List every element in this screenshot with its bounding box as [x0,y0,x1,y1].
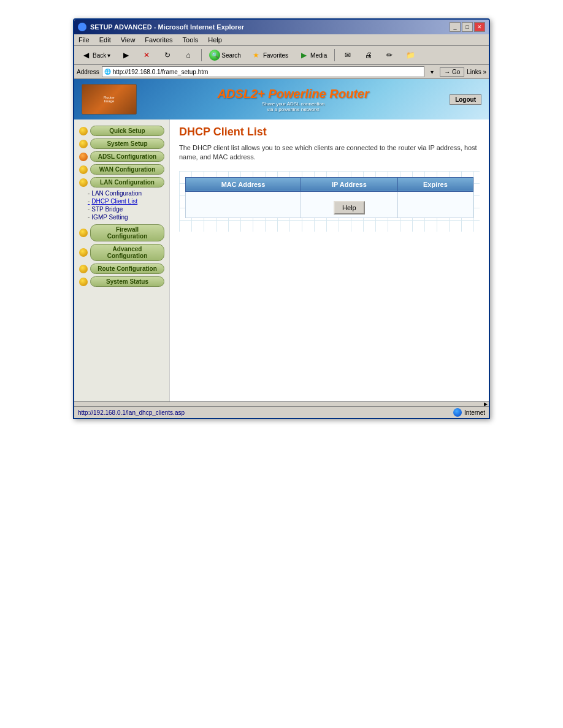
col-expires: Expires [397,177,473,191]
menu-favorites[interactable]: Favorites [143,36,174,44]
stop-button[interactable]: ✕ [137,48,156,63]
forward-button[interactable]: ▶ [117,48,135,63]
dot-icon [79,127,88,135]
page-title: DHCP Client List [179,126,480,138]
menu-bar: File Edit View Favorites Tools Help [74,34,489,46]
home-icon: ⌂ [183,50,194,61]
lan-config-label[interactable]: LAN Configuration [90,177,164,188]
igmp-setting-link[interactable]: IGMP Setting [91,214,128,221]
sidebar-item-firewall-config[interactable]: Firewall Configuration [79,224,164,241]
cell-ip: Help [301,191,397,218]
favorites-icon: ★ [251,50,262,61]
title-bar-left: SETUP ADVANCED - Microsoft Internet Expl… [78,23,244,31]
back-button[interactable]: ◀ Back ▾ [77,48,114,63]
menu-help[interactable]: Help [206,36,224,44]
header-right: Logout [450,94,481,105]
title-bar-buttons: _ □ ✕ [450,22,485,32]
separator-1 [201,49,202,61]
advanced-config-label[interactable]: Advanced Configuration [90,244,164,261]
forward-icon: ▶ [120,50,131,61]
sidebar-sub-igmp-setting[interactable]: - IGMP Setting [88,214,164,221]
title-bar: SETUP ADVANCED - Microsoft Internet Expl… [74,20,489,34]
dhcp-client-table: MAC Address IP Address Expires Help [185,177,473,218]
media-button[interactable]: ▶ Media [294,48,331,63]
help-button[interactable]: Help [334,201,365,214]
adsl-config-label[interactable]: ADSL Configuration [90,151,164,162]
print-icon: 🖨 [363,50,374,61]
sidebar-item-adsl-config[interactable]: ADSL Configuration [79,151,164,162]
sidebar-item-advanced-config[interactable]: Advanced Configuration [79,244,164,261]
scrollbar[interactable]: ▶ [74,401,489,406]
address-bar: Address 🌐 http://192.168.0.1/frame_setup… [74,65,489,79]
address-text: http://192.168.0.1/frame_setup.htm [113,69,209,75]
quick-setup-label[interactable]: Quick Setup [90,126,164,136]
header-subtitle-1: Share your ADSL connection [137,101,450,107]
status-bar: http://192.168.0.1/lan_dhcp_clients.asp … [74,406,489,418]
print-button[interactable]: 🖨 [359,48,378,63]
col-ip-address: IP Address [301,177,397,191]
menu-edit[interactable]: Edit [98,36,113,44]
system-setup-label[interactable]: System Setup [90,138,164,149]
separator-2 [334,49,335,61]
firewall-config-label[interactable]: Firewall Configuration [90,224,164,241]
lan-configuration-link[interactable]: LAN Configuration [91,190,142,197]
media-icon: ▶ [298,50,309,61]
back-icon: ◀ [80,50,91,61]
dot-icon [79,265,88,273]
go-button[interactable]: → Go [440,67,464,77]
wan-config-label[interactable]: WAN Configuration [90,164,164,175]
route-config-label[interactable]: Route Configuration [90,264,164,274]
router-image: RouterImage [82,84,137,115]
maximize-button[interactable]: □ [462,22,473,32]
refresh-icon: ↻ [162,50,173,61]
ie-icon [78,23,86,31]
sidebar-item-system-status[interactable]: System Status [79,276,164,287]
dhcp-client-list-link[interactable]: DHCP Client List [91,198,137,205]
main-content: DHCP Client List The DHCP client list al… [169,119,489,401]
search-button[interactable]: 🔍 Search [205,48,245,63]
header-logo-area: RouterImage [82,84,137,115]
sidebar-item-lan-config[interactable]: LAN Configuration [79,177,164,188]
system-status-label[interactable]: System Status [90,276,164,287]
dot-icon [79,229,88,237]
dot-icon [79,278,88,286]
edit-icon: ✏ [384,50,395,61]
router-header: RouterImage ADSL2+ Powerline Router Shar… [74,79,489,119]
stp-bridge-link[interactable]: STP Bridge [91,206,123,213]
sidebar-sub-dhcp-client-list[interactable]: - DHCP Client List [88,198,164,205]
sidebar-item-wan-config[interactable]: WAN Configuration [79,164,164,175]
sidebar-item-route-config[interactable]: Route Configuration [79,264,164,274]
minimize-button[interactable]: _ [450,22,461,32]
address-dropdown[interactable]: ▾ [427,67,437,77]
edit-button[interactable]: ✏ [380,48,399,63]
links-label: Links » [467,69,486,75]
page-content: RouterImage ADSL2+ Powerline Router Shar… [74,79,489,406]
header-subtitle-2: via a powerline network! [137,107,450,112]
folder-icon: 📁 [405,50,416,61]
sidebar: Quick Setup System Setup ADSL Configurat… [74,119,169,401]
dot-icon [79,248,88,257]
page-description: The DHCP client list allows you to see w… [179,143,480,162]
sidebar-sub-stp-bridge[interactable]: - STP Bridge [88,206,164,213]
close-button[interactable]: ✕ [474,22,485,32]
menu-view[interactable]: View [119,36,137,44]
favorites-button[interactable]: ★ Favorites [247,48,292,63]
home-button[interactable]: ⌂ [179,48,197,63]
search-icon: 🔍 [209,50,220,61]
folder-button[interactable]: 📁 [401,48,419,63]
internet-icon [453,408,462,417]
header-title-area: ADSL2+ Powerline Router Share your ADSL … [137,87,450,112]
menu-tools[interactable]: Tools [181,36,201,44]
sidebar-item-quick-setup[interactable]: Quick Setup [79,126,164,136]
mail-button[interactable]: ✉ [339,48,357,63]
refresh-button[interactable]: ↻ [158,48,177,63]
go-arrow-icon: → [444,69,450,75]
sidebar-sub-lan-configuration[interactable]: - LAN Configuration [88,190,164,197]
dot-icon [79,153,88,161]
main-layout: Quick Setup System Setup ADSL Configurat… [74,119,489,401]
sidebar-item-system-setup[interactable]: System Setup [79,138,164,149]
dot-icon [79,178,88,187]
menu-file[interactable]: File [77,36,91,44]
logout-button[interactable]: Logout [450,94,481,105]
table-row-empty: Help [186,191,473,218]
